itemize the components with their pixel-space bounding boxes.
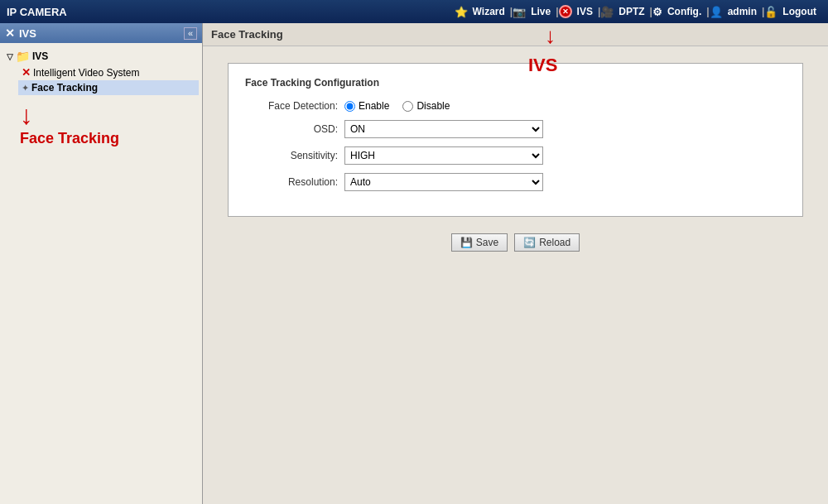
nav-config[interactable]: Config. — [662, 6, 706, 17]
sensitivity-row: Sensitivity: HIGH MEDIUM LOW — [245, 146, 786, 165]
resolution-value: Auto 1080P 720P D1 — [344, 173, 543, 191]
face-tracking-arrow-icon: ↓ — [20, 102, 33, 128]
sidebar-x-icon: ✕ — [5, 26, 15, 40]
content-title: Face Tracking — [203, 23, 828, 46]
face-detection-row: Face Detection: Enable Disable — [245, 100, 786, 112]
face-tracking-icon: ✦ — [22, 83, 29, 94]
sidebar-header: ✕ IVS « — [0, 23, 202, 43]
nav-ivs[interactable]: IVS — [572, 6, 598, 17]
sidebar-item-ivs-system[interactable]: ✕ Intelligent Video System — [18, 65, 199, 80]
nav-icon-logout: 🔓 — [764, 6, 777, 18]
folder-icon: 📁 — [16, 50, 30, 63]
save-button[interactable]: 💾 Save — [451, 233, 508, 252]
face-tracking-annotation-text: Face Tracking — [20, 130, 119, 147]
app-title: IP CAMERA — [7, 6, 455, 18]
face-detection-value: Enable Disable — [344, 100, 450, 112]
content-area: Face Tracking Face Tracking Configuratio… — [203, 23, 828, 504]
face-detection-label: Face Detection: — [245, 100, 344, 112]
nav-wizard[interactable]: Wizard — [468, 6, 510, 17]
sidebar-collapse-button[interactable]: « — [184, 27, 197, 40]
reload-label: Reload — [539, 237, 570, 248]
header: IP CAMERA ⭐ Wizard | 📷 Live | ✕ IVS | 🎥 … — [0, 0, 828, 23]
save-label: Save — [476, 237, 498, 248]
ivs-text-annotation: IVS — [528, 55, 557, 76]
radio-enable-text: Enable — [359, 100, 389, 112]
sensitivity-value: HIGH MEDIUM LOW — [344, 146, 543, 165]
nav-icon-admin: 👤 — [710, 6, 723, 18]
ivs-system-icon: ✕ — [22, 66, 31, 79]
resolution-row: Resolution: Auto 1080P 720P D1 — [245, 173, 786, 191]
header-nav: ⭐ Wizard | 📷 Live | ✕ IVS | 🎥 DPTZ | ⚙ C… — [455, 5, 821, 18]
ivs-system-label: Intelligent Video System — [33, 67, 140, 79]
sidebar-title: IVS — [19, 27, 36, 40]
sensitivity-select[interactable]: HIGH MEDIUM LOW — [344, 146, 543, 165]
reload-icon: 🔄 — [523, 237, 536, 248]
nav-admin[interactable]: admin — [723, 6, 762, 17]
nav-dptz[interactable]: DPTZ — [614, 6, 649, 17]
resolution-select[interactable]: Auto 1080P 720P D1 — [344, 173, 543, 191]
nav-icon-wizard: ⭐ — [455, 6, 468, 18]
tree-root: ▽ 📁 IVS — [3, 48, 199, 65]
sidebar-content: ▽ 📁 IVS ✕ Intelligent Video System ✦ Fac… — [0, 43, 202, 152]
radio-enable[interactable] — [344, 101, 355, 112]
nav-live[interactable]: Live — [526, 6, 556, 17]
reload-button[interactable]: 🔄 Reload — [514, 233, 580, 252]
save-icon: 💾 — [460, 237, 473, 248]
osd-row: OSD: ON OFF — [245, 120, 786, 138]
content-body: Face Tracking Configuration Face Detecti… — [203, 46, 828, 504]
nav-icon-live: 📷 — [513, 6, 526, 18]
main-layout: ✕ IVS « ▽ 📁 IVS ✕ Intelligent Video Syst… — [0, 23, 828, 504]
config-box: Face Tracking Configuration Face Detecti… — [228, 63, 803, 217]
nav-icon-dptz: 🎥 — [600, 6, 614, 18]
radio-disable-text: Disable — [416, 100, 450, 112]
tree-expand-icon: ▽ — [7, 52, 13, 61]
radio-enable-label[interactable]: Enable — [344, 100, 389, 112]
osd-value: ON OFF — [344, 120, 543, 138]
config-box-title: Face Tracking Configuration — [245, 77, 786, 89]
sidebar: ✕ IVS « ▽ 📁 IVS ✕ Intelligent Video Syst… — [0, 23, 203, 504]
nav-logout[interactable]: Logout — [777, 6, 821, 17]
osd-label: OSD: — [245, 123, 344, 135]
tree-root-label[interactable]: IVS — [32, 50, 48, 62]
button-row: 💾 Save 🔄 Reload — [228, 233, 803, 252]
tree-children: ✕ Intelligent Video System ✦ Face Tracki… — [18, 65, 199, 95]
nav-icon-config: ⚙ — [652, 6, 662, 18]
ivs-circle-icon: ✕ — [559, 5, 572, 18]
resolution-label: Resolution: — [245, 176, 344, 188]
osd-select[interactable]: ON OFF — [344, 120, 543, 138]
face-tracking-annotation: ↓ Face Tracking — [3, 102, 199, 147]
ivs-arrow-annotation: ↓ — [545, 23, 556, 49]
radio-disable[interactable] — [402, 101, 413, 112]
sidebar-item-face-tracking[interactable]: ✦ Face Tracking — [18, 80, 199, 95]
radio-disable-label[interactable]: Disable — [402, 100, 450, 112]
sensitivity-label: Sensitivity: — [245, 150, 344, 161]
face-tracking-label: Face Tracking — [31, 82, 98, 94]
